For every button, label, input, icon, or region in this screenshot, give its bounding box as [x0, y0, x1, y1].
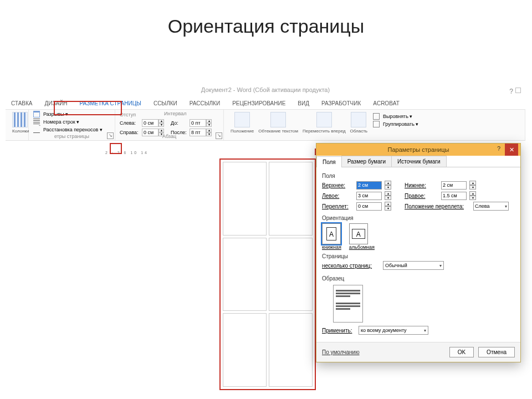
spacing-before-input[interactable]: [190, 119, 206, 127]
line-numbers-button[interactable]: Номера строк ▾: [43, 119, 79, 125]
bring-forward-icon[interactable]: [316, 112, 332, 127]
page-setup-launcher[interactable]: ↘: [107, 132, 114, 139]
breaks-icon: [33, 111, 40, 117]
orientation-landscape-label: альбомная: [349, 244, 375, 250]
position-button[interactable]: Положение: [231, 129, 254, 134]
indent-left-input[interactable]: [142, 119, 158, 127]
multiple-pages-label: несколько страниц:: [322, 263, 380, 269]
titlebar: Документ2 - Word (Сбой активации продукт…: [6, 86, 525, 98]
breaks-button[interactable]: Разрывы ▾: [43, 111, 68, 117]
gutter-input[interactable]: [356, 202, 382, 211]
help-icon[interactable]: ?: [509, 88, 513, 95]
section-orientation: Ориентация: [322, 215, 515, 221]
cancel-button[interactable]: Отмена: [478, 347, 515, 357]
selection-pane-button[interactable]: Область: [350, 129, 367, 134]
paragraph-launcher[interactable]: ↘: [216, 132, 222, 139]
dialog-title: Параметры страницы: [388, 146, 449, 153]
wrap-text-button[interactable]: Обтекание текстом: [258, 129, 298, 134]
dialog-close-icon[interactable]: ✕: [505, 144, 518, 156]
page-setup-dialog: Параметры страницы ? ✕ Поля Размер бумаг…: [316, 143, 521, 362]
slide-title: Ориентация страницы: [0, 16, 532, 37]
orientation-portrait-label: книжная: [322, 244, 341, 250]
tab-page-layout[interactable]: РАЗМЕТКА СТРАНИЦЫ: [78, 99, 144, 108]
align-button[interactable]: Выровнять ▾: [383, 114, 412, 119]
page-setup-group-label: етры страницы: [29, 134, 115, 139]
page-thumb[interactable]: [269, 313, 313, 387]
chevron-down-icon: ▾: [439, 263, 442, 268]
margin-right-label: Правое:: [405, 193, 438, 199]
dialog-tab-source[interactable]: Источник бумаги: [391, 156, 447, 167]
margin-right-input[interactable]: [441, 192, 467, 200]
hyphenation-icon: [33, 126, 40, 133]
multiple-pages-select[interactable]: Обычный▾: [383, 261, 444, 270]
section-pages: Страницы: [322, 253, 515, 259]
position-icon[interactable]: [234, 112, 250, 127]
spacing-before-label: До:: [171, 120, 186, 126]
selection-pane-icon[interactable]: [351, 112, 366, 127]
dialog-help-icon[interactable]: ?: [494, 145, 504, 154]
gutter-pos-select[interactable]: Слева▾: [473, 202, 509, 211]
default-button[interactable]: По умолчанию: [322, 349, 360, 355]
apply-to-label: Применить:: [322, 328, 355, 334]
ribbon-tabs: СТАВКА ДИЗАЙН РАЗМЕТКА СТРАНИЦЫ ССЫЛКИ Р…: [6, 98, 525, 110]
align-icon: [373, 113, 380, 120]
margin-left-label: Левое:: [322, 193, 353, 199]
page-thumb[interactable]: [223, 162, 267, 236]
indent-left-label: Слева:: [120, 120, 139, 126]
columns-button[interactable]: Колонки: [12, 129, 22, 134]
page-thumb[interactable]: [223, 313, 267, 387]
dialog-tab-paper[interactable]: Размер бумаги: [341, 156, 392, 167]
page-thumb[interactable]: [223, 238, 267, 311]
margin-bottom-label: Нижнее:: [405, 182, 438, 188]
margin-left-input[interactable]: [356, 192, 382, 200]
margin-bottom-input[interactable]: [441, 181, 467, 190]
tab-mailings[interactable]: РАССЫЛКИ: [187, 99, 222, 108]
ribbon-collapse-icon[interactable]: [515, 88, 521, 93]
dialog-tab-margins[interactable]: Поля: [316, 156, 342, 167]
tab-acrobat[interactable]: ACROBAT: [371, 99, 402, 108]
spacing-header: Интервал: [164, 111, 186, 116]
page-thumb[interactable]: [269, 238, 313, 311]
chevron-down-icon: ▾: [505, 204, 507, 209]
group-icon: [373, 121, 380, 127]
tab-insert[interactable]: СТАВКА: [9, 99, 35, 108]
columns-icon[interactable]: [12, 112, 28, 127]
spin-down-icon[interactable]: ▾: [158, 123, 164, 127]
margin-top-label: Верхнее:: [322, 182, 353, 188]
gutter-pos-label: Положение переплета:: [405, 203, 470, 209]
margin-preview: [333, 285, 363, 323]
doc-title: Документ2 - Word (Сбой активации продукт…: [201, 86, 330, 93]
tab-view[interactable]: ВИД: [295, 99, 311, 108]
ribbon: Колонки Разрывы ▾ Номера строк ▾ Расстан…: [6, 110, 525, 141]
gutter-label: Переплет:: [322, 203, 353, 209]
orientation-portrait[interactable]: A: [322, 223, 341, 244]
page-thumb[interactable]: [269, 162, 313, 236]
page-thumbnails: [219, 158, 316, 390]
wrap-text-icon[interactable]: [270, 112, 286, 127]
dialog-tabs: Поля Размер бумаги Источник бумаги: [316, 156, 520, 167]
tab-review[interactable]: РЕЦЕНЗИРОВАНИЕ: [230, 99, 288, 108]
hyphenation-button[interactable]: Расстановка переносов ▾: [43, 127, 103, 132]
tab-developer[interactable]: РАЗРАБОТЧИК: [319, 99, 363, 108]
ruler: 2 · 2 6 10 14: [105, 151, 149, 155]
ok-button[interactable]: OK: [449, 347, 474, 357]
section-margins: Поля: [322, 173, 515, 179]
group-button[interactable]: Группировать ▾: [383, 121, 418, 127]
paragraph-group-label: Абзац: [115, 134, 223, 139]
orientation-landscape[interactable]: A: [349, 223, 368, 244]
tab-references[interactable]: ССЫЛКИ: [151, 99, 180, 108]
section-preview: Образец: [322, 275, 515, 282]
chevron-down-icon: ▾: [424, 328, 426, 333]
dialog-titlebar: Параметры страницы ? ✕: [316, 144, 520, 156]
margin-top-input[interactable]: [356, 181, 382, 190]
apply-to-select[interactable]: ко всему документу▾: [359, 326, 428, 335]
spin-up-icon[interactable]: ▴: [158, 119, 164, 123]
tab-design[interactable]: ДИЗАЙН: [43, 99, 70, 108]
bring-forward-button[interactable]: Переместить вперед: [303, 129, 346, 134]
